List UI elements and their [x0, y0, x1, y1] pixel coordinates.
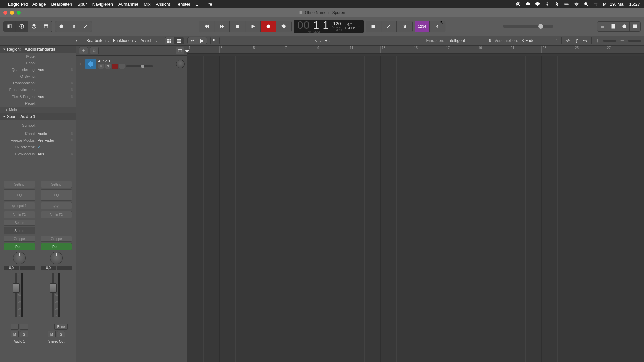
volume-fader[interactable] [15, 273, 17, 317]
track-solo[interactable]: S [105, 64, 111, 69]
val-flex[interactable]: Aus [38, 95, 71, 99]
wifi-icon[interactable] [574, 2, 579, 7]
horiz-autozoom-icon[interactable] [583, 38, 588, 43]
region-header[interactable]: ▼Region: Audiostandards [0, 46, 76, 53]
setting-button[interactable]: Setting [4, 181, 35, 188]
vzoom-slider[interactable] [603, 40, 616, 42]
track-mute[interactable]: M [98, 64, 104, 69]
peak-value-2[interactable] [57, 266, 72, 270]
pan-knob[interactable] [13, 252, 26, 264]
solo-button-ch[interactable]: S [20, 331, 28, 337]
minimize-window-button[interactable] [10, 11, 14, 15]
mute-button-2[interactable]: M [48, 331, 56, 337]
automation-read-button-2[interactable]: Read [41, 243, 72, 250]
library-button[interactable] [4, 21, 16, 32]
stop-button[interactable] [230, 21, 245, 32]
gruppe-button-2[interactable]: Gruppe [41, 236, 72, 242]
bounce-button[interactable]: Bnce [54, 324, 68, 330]
setting-button-2[interactable]: Setting [41, 181, 72, 188]
snap-dropdown[interactable]: Intelligent⇅ [448, 38, 491, 43]
audiofx-button-2[interactable]: Audio FX [41, 211, 72, 218]
dd-funktionen[interactable]: Funktionen ⌄ [113, 38, 137, 43]
control-center-icon[interactable] [593, 2, 598, 7]
val-qref[interactable]: ✓ [38, 145, 73, 149]
loops-button[interactable] [619, 22, 630, 31]
val-quant[interactable]: Aus [38, 68, 71, 72]
vert-autozoom-icon[interactable] [574, 38, 579, 43]
db-value[interactable]: 0,0 [4, 266, 19, 270]
automation-read-button[interactable]: Read [4, 243, 35, 250]
lcd-display[interactable]: 00 1 1 TAKT BEAT 120 Behalten TEMPO 4/4 … [294, 20, 364, 33]
forward-button[interactable] [214, 21, 230, 32]
list-editors-button[interactable] [597, 22, 608, 31]
eq-button[interactable]: EQ [4, 189, 35, 201]
lcd-position[interactable]: 1 1 [313, 19, 329, 31]
inspector-button[interactable]: i [16, 21, 28, 32]
back-icon[interactable] [74, 38, 79, 43]
flex-icon[interactable] [197, 37, 207, 44]
record-status-icon[interactable] [516, 2, 521, 7]
peak-value[interactable] [20, 266, 35, 270]
val-freeze[interactable]: Pre-Fader [38, 138, 71, 142]
track-name[interactable]: Audio 1 [98, 59, 174, 63]
master-volume-slider[interactable] [503, 25, 553, 28]
input-monitor[interactable]: I [20, 324, 28, 330]
list-view-icon[interactable] [174, 37, 184, 44]
drag-dropdown[interactable]: X-Fade⇅ [521, 38, 558, 43]
replace-button[interactable] [366, 21, 381, 32]
bar-ruler[interactable]: 13579111315171921232527 [187, 46, 644, 54]
dd-ansicht[interactable]: Ansicht ⌄ [140, 38, 157, 43]
cycle-button[interactable] [276, 21, 291, 32]
menu-bearbeiten[interactable]: Bearbeiten [51, 2, 72, 7]
menu-spur[interactable]: Spur [77, 2, 87, 7]
audiofx-button[interactable]: Audio FX [4, 211, 35, 218]
bluetooth-icon[interactable] [554, 2, 559, 7]
waveform-zoom-icon[interactable] [565, 38, 571, 43]
menubar-date[interactable]: Mi. 19. Mai [603, 2, 625, 7]
grid-view-icon[interactable] [165, 37, 174, 44]
icloud-icon[interactable] [525, 2, 530, 7]
track-input-monitor[interactable]: I [119, 64, 125, 69]
menu-hilfe[interactable]: Hilfe [203, 2, 212, 7]
menu-fenster[interactable]: Fenster [175, 2, 190, 7]
track-pan-knob[interactable] [176, 60, 185, 68]
track-volume-slider[interactable] [126, 65, 153, 67]
play-button[interactable] [245, 21, 261, 32]
cloud-download-icon[interactable] [535, 2, 540, 7]
global-tracks-button[interactable] [176, 47, 184, 54]
track-icon[interactable] [85, 59, 96, 69]
app-name[interactable]: Logic Pro [8, 2, 28, 7]
sends-button[interactable]: Sends [4, 220, 35, 226]
spur-header[interactable]: ▼Spur: Audio 1 [0, 113, 76, 120]
menu-mix[interactable]: Mix [144, 2, 150, 7]
mehr-toggle[interactable]: ▸ Mehr [0, 107, 76, 113]
spotlight-icon[interactable] [584, 2, 589, 7]
eq-button-2[interactable]: EQ [41, 189, 72, 201]
add-tool[interactable]: + ⌄ [325, 38, 331, 43]
battery-icon[interactable] [564, 2, 569, 7]
count-in-button[interactable]: 1234 [415, 21, 430, 32]
rewind-button[interactable] [199, 21, 214, 32]
media-button[interactable] [630, 22, 640, 31]
lcd-key[interactable]: C-Dur [345, 26, 355, 30]
menu-1[interactable]: 1 [196, 2, 198, 7]
db-value-2[interactable]: 0,0 [41, 266, 56, 270]
arrange-area[interactable] [187, 56, 644, 362]
low-latency-button[interactable] [381, 21, 397, 32]
notepad-button[interactable] [608, 22, 619, 31]
dropbox-icon[interactable] [545, 2, 550, 7]
toolbar-button[interactable] [40, 21, 52, 32]
mixer-button[interactable] [67, 21, 79, 32]
menu-ansicht[interactable]: Ansicht [156, 2, 170, 7]
val-kanal[interactable]: Audio 1 [38, 132, 71, 136]
automation-icon[interactable] [188, 37, 197, 44]
stereo-indicator[interactable]: ◎◎ [41, 202, 72, 209]
output-button[interactable]: Stereo [4, 227, 35, 234]
close-window-button[interactable] [3, 11, 7, 15]
menubar-time[interactable]: 16:27 [629, 2, 640, 7]
catch-icon[interactable] [210, 37, 220, 44]
smart-controls-button[interactable] [55, 21, 67, 32]
quick-help-button[interactable]: ? [28, 21, 40, 32]
editors-button[interactable] [79, 21, 92, 32]
pointer-tool[interactable]: ↖ ⌄ [314, 38, 322, 43]
